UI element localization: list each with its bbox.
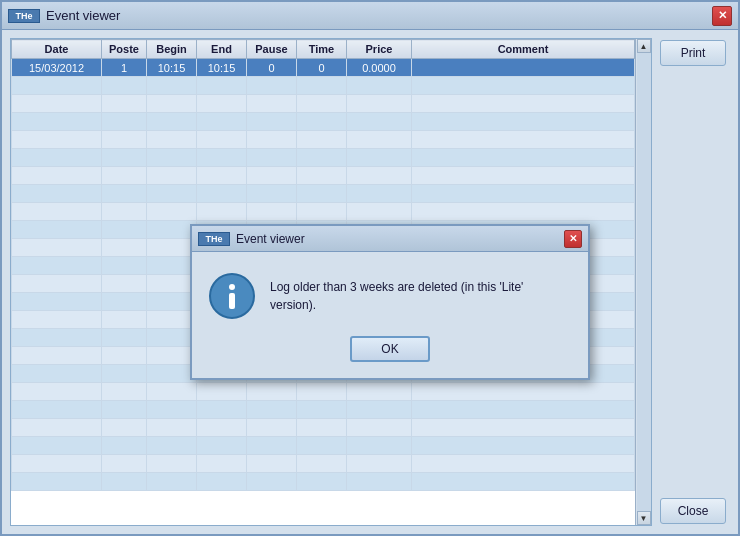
table-cell: [147, 311, 197, 329]
table-cell: [147, 275, 197, 293]
modal-titlebar: THe Event viewer ✕: [192, 226, 588, 252]
table-cell: [12, 113, 102, 131]
table-row[interactable]: [12, 149, 635, 167]
table-row[interactable]: [12, 473, 635, 491]
modal-body: Log older than 3 weeks are deleted (in t…: [192, 252, 588, 378]
scroll-track[interactable]: [637, 53, 651, 511]
table-cell: [197, 167, 247, 185]
table-cell: [12, 167, 102, 185]
table-cell: [347, 455, 412, 473]
outer-app-logo: THe: [8, 9, 40, 23]
table-cell: 0: [297, 59, 347, 77]
modal-message-text: Log older than 3 weeks are deleted (in t…: [270, 278, 572, 314]
vertical-scrollbar[interactable]: ▲ ▼: [635, 39, 651, 525]
table-cell: [102, 383, 147, 401]
table-cell: [247, 131, 297, 149]
col-time: Time: [297, 40, 347, 59]
table-row[interactable]: [12, 419, 635, 437]
table-row[interactable]: [12, 167, 635, 185]
table-cell: [12, 293, 102, 311]
table-cell: [102, 293, 147, 311]
table-cell: [247, 113, 297, 131]
table-cell: 10:15: [147, 59, 197, 77]
table-cell: [412, 473, 635, 491]
table-cell: [102, 185, 147, 203]
table-cell: [297, 419, 347, 437]
table-cell: [12, 257, 102, 275]
table-cell: 10:15: [197, 59, 247, 77]
table-cell: [197, 401, 247, 419]
table-cell: [347, 203, 412, 221]
scroll-down-arrow[interactable]: ▼: [637, 511, 651, 525]
table-cell: [102, 95, 147, 113]
modal-ok-button[interactable]: OK: [350, 336, 430, 362]
table-row[interactable]: [12, 383, 635, 401]
table-cell: [12, 311, 102, 329]
table-row[interactable]: [12, 131, 635, 149]
table-row[interactable]: [12, 95, 635, 113]
table-cell: [147, 185, 197, 203]
table-cell: [147, 113, 197, 131]
table-cell: [247, 203, 297, 221]
table-row[interactable]: [12, 401, 635, 419]
table-row[interactable]: [12, 113, 635, 131]
col-poste: Poste: [102, 40, 147, 59]
table-cell: [297, 77, 347, 95]
table-cell: [347, 437, 412, 455]
table-cell: [12, 329, 102, 347]
table-cell: [147, 203, 197, 221]
close-button[interactable]: Close: [660, 498, 726, 524]
table-row[interactable]: [12, 437, 635, 455]
table-cell: 1: [102, 59, 147, 77]
table-cell: [147, 95, 197, 113]
table-cell: [197, 113, 247, 131]
table-row[interactable]: 15/03/2012110:1510:15000.0000: [12, 59, 635, 77]
table-cell: [297, 383, 347, 401]
table-cell: 0: [247, 59, 297, 77]
scroll-up-arrow[interactable]: ▲: [637, 39, 651, 53]
table-cell: [412, 77, 635, 95]
table-cell: [197, 77, 247, 95]
outer-titlebar: THe Event viewer ✕: [2, 2, 738, 30]
table-cell: [412, 131, 635, 149]
table-cell: [12, 221, 102, 239]
table-row[interactable]: [12, 77, 635, 95]
table-cell: [147, 293, 197, 311]
table-cell: [412, 203, 635, 221]
table-cell: [247, 383, 297, 401]
table-cell: [197, 131, 247, 149]
table-cell: [102, 311, 147, 329]
outer-close-button[interactable]: ✕: [712, 6, 732, 26]
table-cell: [347, 401, 412, 419]
table-cell: [12, 455, 102, 473]
col-price: Price: [347, 40, 412, 59]
outer-title: Event viewer: [46, 8, 706, 23]
table-cell: [412, 455, 635, 473]
table-cell: [12, 95, 102, 113]
table-cell: [12, 275, 102, 293]
svg-rect-2: [229, 293, 235, 309]
table-cell: [412, 167, 635, 185]
table-cell: [412, 185, 635, 203]
table-cell: [147, 347, 197, 365]
modal-title: Event viewer: [236, 232, 558, 246]
table-cell: [347, 383, 412, 401]
table-cell: [297, 185, 347, 203]
table-row[interactable]: [12, 185, 635, 203]
table-cell: [347, 167, 412, 185]
table-cell: [247, 149, 297, 167]
print-button[interactable]: Print: [660, 40, 726, 66]
table-cell: [12, 203, 102, 221]
table-row[interactable]: [12, 455, 635, 473]
table-cell: [102, 365, 147, 383]
table-cell: [197, 437, 247, 455]
table-cell: [147, 131, 197, 149]
svg-point-1: [229, 284, 235, 290]
table-cell: [347, 77, 412, 95]
table-row[interactable]: [12, 203, 635, 221]
table-cell: [12, 239, 102, 257]
modal-close-button[interactable]: ✕: [564, 230, 582, 248]
outer-window: THe Event viewer ✕ Date Poste Begin End: [0, 0, 740, 536]
info-icon: [208, 272, 256, 320]
table-cell: [412, 95, 635, 113]
